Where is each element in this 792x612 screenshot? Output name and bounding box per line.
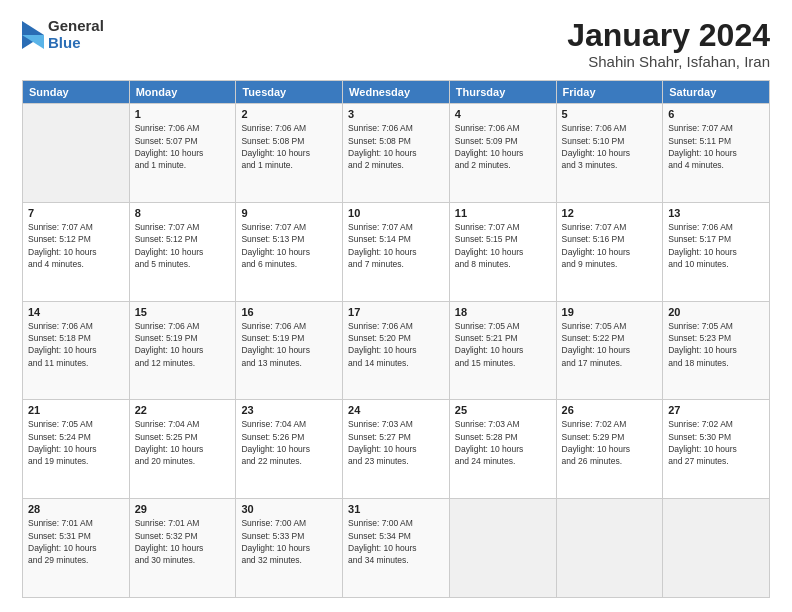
day-number: 10 xyxy=(348,207,444,219)
day-cell: 2Sunrise: 7:06 AMSunset: 5:08 PMDaylight… xyxy=(236,104,343,203)
day-cell: 3Sunrise: 7:06 AMSunset: 5:08 PMDaylight… xyxy=(343,104,450,203)
day-number: 26 xyxy=(562,404,658,416)
header-cell-wednesday: Wednesday xyxy=(343,81,450,104)
day-number: 3 xyxy=(348,108,444,120)
day-number: 9 xyxy=(241,207,337,219)
day-info: Sunrise: 7:05 AMSunset: 5:23 PMDaylight:… xyxy=(668,320,764,369)
day-number: 28 xyxy=(28,503,124,515)
day-cell: 10Sunrise: 7:07 AMSunset: 5:14 PMDayligh… xyxy=(343,202,450,301)
logo-blue-text: Blue xyxy=(48,35,104,52)
day-cell xyxy=(449,499,556,598)
day-info: Sunrise: 7:04 AMSunset: 5:26 PMDaylight:… xyxy=(241,418,337,467)
day-cell: 21Sunrise: 7:05 AMSunset: 5:24 PMDayligh… xyxy=(23,400,130,499)
week-row-4: 21Sunrise: 7:05 AMSunset: 5:24 PMDayligh… xyxy=(23,400,770,499)
day-info: Sunrise: 7:06 AMSunset: 5:09 PMDaylight:… xyxy=(455,122,551,171)
logo: General Blue xyxy=(22,18,104,51)
day-info: Sunrise: 7:06 AMSunset: 5:19 PMDaylight:… xyxy=(135,320,231,369)
day-number: 20 xyxy=(668,306,764,318)
day-cell xyxy=(663,499,770,598)
day-cell: 5Sunrise: 7:06 AMSunset: 5:10 PMDaylight… xyxy=(556,104,663,203)
header-cell-friday: Friday xyxy=(556,81,663,104)
header-row: SundayMondayTuesdayWednesdayThursdayFrid… xyxy=(23,81,770,104)
day-info: Sunrise: 7:01 AMSunset: 5:31 PMDaylight:… xyxy=(28,517,124,566)
day-cell: 20Sunrise: 7:05 AMSunset: 5:23 PMDayligh… xyxy=(663,301,770,400)
day-info: Sunrise: 7:06 AMSunset: 5:08 PMDaylight:… xyxy=(348,122,444,171)
day-number: 1 xyxy=(135,108,231,120)
day-cell: 12Sunrise: 7:07 AMSunset: 5:16 PMDayligh… xyxy=(556,202,663,301)
day-number: 18 xyxy=(455,306,551,318)
day-number: 8 xyxy=(135,207,231,219)
week-row-1: 1Sunrise: 7:06 AMSunset: 5:07 PMDaylight… xyxy=(23,104,770,203)
day-number: 17 xyxy=(348,306,444,318)
day-number: 19 xyxy=(562,306,658,318)
day-info: Sunrise: 7:05 AMSunset: 5:24 PMDaylight:… xyxy=(28,418,124,467)
day-cell: 8Sunrise: 7:07 AMSunset: 5:12 PMDaylight… xyxy=(129,202,236,301)
header-cell-thursday: Thursday xyxy=(449,81,556,104)
day-number: 16 xyxy=(241,306,337,318)
day-number: 22 xyxy=(135,404,231,416)
day-info: Sunrise: 7:01 AMSunset: 5:32 PMDaylight:… xyxy=(135,517,231,566)
logo-general-text: General xyxy=(48,18,104,35)
header-cell-saturday: Saturday xyxy=(663,81,770,104)
day-cell: 6Sunrise: 7:07 AMSunset: 5:11 PMDaylight… xyxy=(663,104,770,203)
day-number: 24 xyxy=(348,404,444,416)
day-info: Sunrise: 7:04 AMSunset: 5:25 PMDaylight:… xyxy=(135,418,231,467)
header: General Blue January 2024 Shahin Shahr, … xyxy=(22,18,770,70)
title-block: January 2024 Shahin Shahr, Isfahan, Iran xyxy=(567,18,770,70)
calendar-body: 1Sunrise: 7:06 AMSunset: 5:07 PMDaylight… xyxy=(23,104,770,598)
logo-icon xyxy=(22,21,44,49)
day-cell: 1Sunrise: 7:06 AMSunset: 5:07 PMDaylight… xyxy=(129,104,236,203)
day-info: Sunrise: 7:06 AMSunset: 5:07 PMDaylight:… xyxy=(135,122,231,171)
day-cell: 22Sunrise: 7:04 AMSunset: 5:25 PMDayligh… xyxy=(129,400,236,499)
day-info: Sunrise: 7:06 AMSunset: 5:18 PMDaylight:… xyxy=(28,320,124,369)
day-cell: 26Sunrise: 7:02 AMSunset: 5:29 PMDayligh… xyxy=(556,400,663,499)
day-number: 15 xyxy=(135,306,231,318)
calendar-subtitle: Shahin Shahr, Isfahan, Iran xyxy=(567,53,770,70)
day-info: Sunrise: 7:07 AMSunset: 5:12 PMDaylight:… xyxy=(28,221,124,270)
day-info: Sunrise: 7:02 AMSunset: 5:30 PMDaylight:… xyxy=(668,418,764,467)
day-info: Sunrise: 7:07 AMSunset: 5:15 PMDaylight:… xyxy=(455,221,551,270)
day-cell: 14Sunrise: 7:06 AMSunset: 5:18 PMDayligh… xyxy=(23,301,130,400)
day-number: 21 xyxy=(28,404,124,416)
day-number: 30 xyxy=(241,503,337,515)
day-info: Sunrise: 7:07 AMSunset: 5:13 PMDaylight:… xyxy=(241,221,337,270)
day-number: 4 xyxy=(455,108,551,120)
day-cell: 17Sunrise: 7:06 AMSunset: 5:20 PMDayligh… xyxy=(343,301,450,400)
day-number: 6 xyxy=(668,108,764,120)
day-info: Sunrise: 7:05 AMSunset: 5:22 PMDaylight:… xyxy=(562,320,658,369)
day-cell: 30Sunrise: 7:00 AMSunset: 5:33 PMDayligh… xyxy=(236,499,343,598)
day-info: Sunrise: 7:07 AMSunset: 5:11 PMDaylight:… xyxy=(668,122,764,171)
calendar-table: SundayMondayTuesdayWednesdayThursdayFrid… xyxy=(22,80,770,598)
header-cell-monday: Monday xyxy=(129,81,236,104)
day-cell: 15Sunrise: 7:06 AMSunset: 5:19 PMDayligh… xyxy=(129,301,236,400)
day-number: 12 xyxy=(562,207,658,219)
day-info: Sunrise: 7:06 AMSunset: 5:17 PMDaylight:… xyxy=(668,221,764,270)
day-number: 13 xyxy=(668,207,764,219)
day-info: Sunrise: 7:07 AMSunset: 5:16 PMDaylight:… xyxy=(562,221,658,270)
header-cell-tuesday: Tuesday xyxy=(236,81,343,104)
day-number: 11 xyxy=(455,207,551,219)
day-info: Sunrise: 7:03 AMSunset: 5:28 PMDaylight:… xyxy=(455,418,551,467)
day-info: Sunrise: 7:00 AMSunset: 5:34 PMDaylight:… xyxy=(348,517,444,566)
day-cell: 13Sunrise: 7:06 AMSunset: 5:17 PMDayligh… xyxy=(663,202,770,301)
day-cell xyxy=(556,499,663,598)
day-info: Sunrise: 7:06 AMSunset: 5:20 PMDaylight:… xyxy=(348,320,444,369)
day-cell: 31Sunrise: 7:00 AMSunset: 5:34 PMDayligh… xyxy=(343,499,450,598)
day-number: 2 xyxy=(241,108,337,120)
day-cell: 25Sunrise: 7:03 AMSunset: 5:28 PMDayligh… xyxy=(449,400,556,499)
day-number: 27 xyxy=(668,404,764,416)
day-number: 5 xyxy=(562,108,658,120)
calendar-header: SundayMondayTuesdayWednesdayThursdayFrid… xyxy=(23,81,770,104)
day-number: 25 xyxy=(455,404,551,416)
week-row-3: 14Sunrise: 7:06 AMSunset: 5:18 PMDayligh… xyxy=(23,301,770,400)
day-info: Sunrise: 7:06 AMSunset: 5:10 PMDaylight:… xyxy=(562,122,658,171)
day-number: 29 xyxy=(135,503,231,515)
day-info: Sunrise: 7:05 AMSunset: 5:21 PMDaylight:… xyxy=(455,320,551,369)
day-cell: 18Sunrise: 7:05 AMSunset: 5:21 PMDayligh… xyxy=(449,301,556,400)
day-cell: 9Sunrise: 7:07 AMSunset: 5:13 PMDaylight… xyxy=(236,202,343,301)
day-info: Sunrise: 7:07 AMSunset: 5:12 PMDaylight:… xyxy=(135,221,231,270)
day-cell: 28Sunrise: 7:01 AMSunset: 5:31 PMDayligh… xyxy=(23,499,130,598)
week-row-2: 7Sunrise: 7:07 AMSunset: 5:12 PMDaylight… xyxy=(23,202,770,301)
day-cell: 11Sunrise: 7:07 AMSunset: 5:15 PMDayligh… xyxy=(449,202,556,301)
header-cell-sunday: Sunday xyxy=(23,81,130,104)
